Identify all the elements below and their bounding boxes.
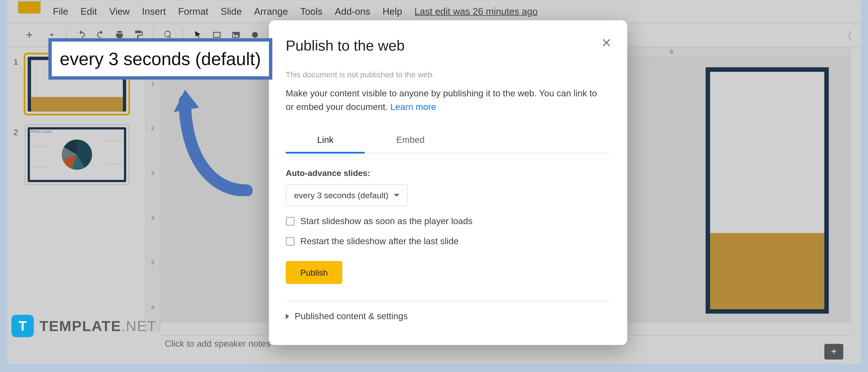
menu-edit[interactable]: Edit [75,4,102,20]
menu-help[interactable]: Help [377,4,407,20]
ruler-tick: 6 [146,305,160,310]
thumb-mini-title: Plans count [31,129,51,133]
ruler-tick: 1 [146,81,160,86]
close-icon [601,37,613,48]
watermark-brand: TEMPLATE [39,317,121,334]
checkbox-label: Restart the slideshow after the last sli… [300,237,459,246]
tab-embed[interactable]: Embed [365,129,456,153]
checkbox-row-start[interactable]: Start slideshow as soon as the player lo… [286,216,611,226]
new-slide-button[interactable] [18,27,40,42]
mini-line-icon [106,164,123,165]
ruler-tick: 2 [146,126,160,131]
mini-line-icon [106,141,123,141]
menu-view[interactable]: View [103,4,135,20]
slide-filmstrip: 1 2 Plans count [8,47,146,333]
menu-slide[interactable]: Slide [215,4,247,20]
annotation-callout: every 3 seconds (default) [49,38,272,80]
menu-addons[interactable]: Add-ons [329,4,376,20]
ruler-tick: 9 [670,49,673,55]
annotation-arrow-icon [174,84,264,196]
mini-line-icon [31,146,48,147]
checkbox-row-restart[interactable]: Restart the slideshow after the last sli… [286,237,611,246]
explore-button[interactable] [824,344,843,360]
dialog-desc-text: Make your content visible to anyone by p… [286,89,597,112]
last-edit-link[interactable]: Last edit was 26 minutes ago [414,6,538,18]
auto-advance-label: Auto-advance slides: [286,168,611,178]
checkbox-label: Start slideshow as soon as the player lo… [300,216,472,226]
ruler-tick: 5 [146,260,160,266]
dialog-subtext: This document is not published to the we… [286,70,611,79]
caret-down-icon [394,194,400,196]
dialog-title: Publish to the web [286,37,611,54]
watermark: T TEMPLATE.NET [11,315,157,337]
dropdown-value: every 3 seconds (default) [294,190,388,200]
dialog-description: Make your content visible to anyone by p… [286,87,605,114]
publish-dialog: Publish to the web This document is not … [269,20,627,345]
publish-tabs: Link Embed [286,129,611,153]
slide-thumbnail-2[interactable]: Plans count [25,124,129,185]
learn-more-link[interactable]: Learn more [390,102,436,112]
published-content-expander[interactable]: Published content & settings [286,311,611,321]
thumb-number: 2 [13,124,25,137]
speaker-notes-placeholder: Click to add speaker notes [165,339,271,348]
menubar: File Edit View Insert Format Slide Arran… [8,1,860,23]
auto-advance-dropdown[interactable]: every 3 seconds (default) [286,184,408,206]
collapse-toolbar-icon[interactable]: 〈 [842,29,852,42]
watermark-suffix: .NET [121,317,156,334]
menu-insert[interactable]: Insert [136,4,171,20]
ruler-tick: 3 [146,170,160,176]
callout-text: every 3 seconds (default) [60,49,261,69]
svg-point-0 [252,32,258,38]
pie-chart-icon [62,140,92,170]
close-button[interactable] [599,35,615,51]
thumb-row-2[interactable]: 2 Plans count [8,122,145,193]
mini-line-icon [31,166,48,167]
vertical-ruler: 1 2 3 4 5 6 [146,47,160,333]
thumb-number: 1 [13,54,25,66]
menu-format[interactable]: Format [173,4,214,20]
slide-canvas[interactable] [706,67,829,314]
triangle-right-icon [286,314,289,319]
tab-link[interactable]: Link [286,129,365,153]
checkbox-icon[interactable] [286,217,294,226]
watermark-text: TEMPLATE.NET [39,317,156,335]
menu-arrange[interactable]: Arrange [248,4,293,20]
menu-tools[interactable]: Tools [294,4,328,20]
checkbox-icon[interactable] [286,237,294,246]
publish-button[interactable]: Publish [286,261,342,284]
watermark-icon: T [11,315,34,337]
ruler-tick: 4 [146,215,160,221]
menu-file[interactable]: File [47,4,74,20]
expander-label: Published content & settings [294,311,408,321]
divider-icon [286,301,611,301]
